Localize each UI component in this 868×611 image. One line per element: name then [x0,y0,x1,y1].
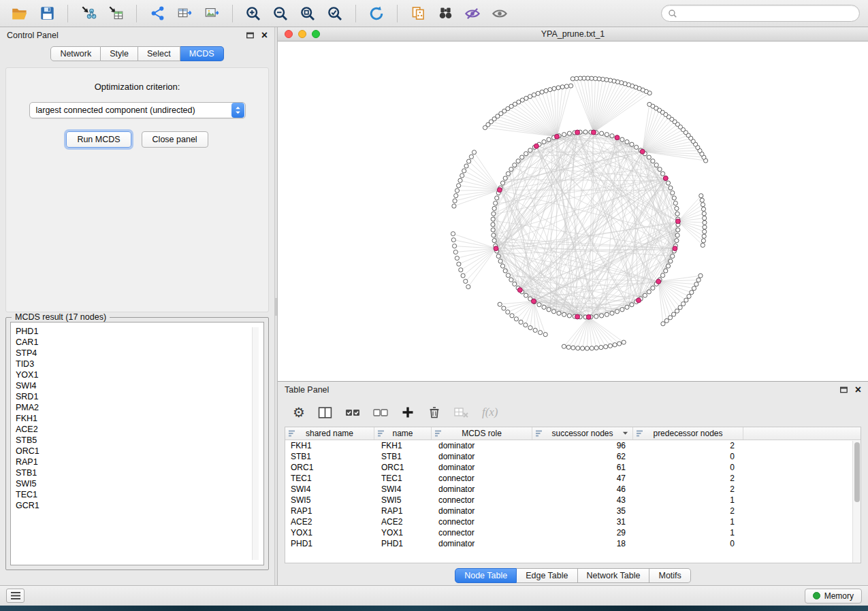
save-session-button[interactable] [35,3,59,24]
first-neighbors-button[interactable] [434,3,457,24]
tab-select[interactable]: Select [138,46,180,61]
tab-network[interactable]: Network [50,46,101,61]
network-window-titlebar[interactable]: YPA_prune.txt_1 [278,27,868,42]
table-row[interactable]: PHD1 PHD1 dominator 18 0 [285,538,861,549]
close-panel-button[interactable]: Close panel [142,131,208,148]
delete-table-button[interactable] [454,406,469,418]
zoom-in-button[interactable] [242,3,265,24]
application-window: Control Panel × Network Style Select MCD… [0,0,868,611]
tab-mcds[interactable]: MCDS [180,46,224,61]
column-header-name[interactable]: name [374,427,432,440]
hide-selected-button[interactable] [461,3,484,24]
mcds-result-item[interactable]: STP4 [16,348,263,359]
maximize-window-icon[interactable] [312,30,320,38]
mcds-result-item[interactable]: ORC1 [16,446,263,457]
select-all-button[interactable] [345,406,360,418]
table-row[interactable]: RAP1 RAP1 dominator 35 2 [285,506,861,516]
node-table: shared name name MCDS role successo [285,427,861,563]
tab-network-table[interactable]: Network Table [578,568,650,583]
table-row[interactable]: TEC1 TEC1 connector 47 2 [285,473,861,484]
export-table-button[interactable] [173,3,196,24]
column-header-mcds-role[interactable]: MCDS role [432,427,532,440]
delete-row-button[interactable] [428,406,441,419]
table-row[interactable]: SWI5 SWI5 connector 43 1 [285,495,861,506]
mcds-result-item[interactable]: STB5 [16,435,263,446]
table-row[interactable]: ORC1 ORC1 dominator 61 0 [285,462,861,473]
column-header-successor-nodes[interactable]: successor nodes [532,427,633,440]
mcds-result-item[interactable]: SWI4 [16,380,263,391]
table-row[interactable]: SWI4 SWI4 dominator 46 2 [285,484,861,495]
table-scrollbar-thumb[interactable] [854,442,860,502]
function-builder-button[interactable]: f(x) [482,406,498,419]
mcds-result-item[interactable]: CAR1 [16,337,263,348]
mcds-result-list[interactable]: PHD1CAR1STP4TID3YOX1SWI4SRD1PMA2FKH1ACE2… [10,322,264,565]
mcds-result-item[interactable]: FKH1 [16,413,263,424]
mcds-result-item[interactable]: RAP1 [16,457,263,467]
mcds-result-item[interactable]: PHD1 [16,326,263,337]
column-header-predecessor-nodes[interactable]: predecessor nodes [633,427,743,440]
tab-motifs[interactable]: Motifs [649,568,690,583]
import-network-button[interactable] [77,3,100,24]
mcds-result-item[interactable]: TID3 [16,359,263,369]
network-graph[interactable] [278,42,868,381]
export-network-button[interactable] [146,3,169,24]
memory-button[interactable]: Memory [805,589,862,604]
copy-style-button[interactable] [406,3,430,24]
add-row-button[interactable] [401,406,415,419]
zoom-out-button[interactable] [269,3,292,24]
column-header-shared-name[interactable]: shared name [285,427,374,440]
table-body: FKH1 FKH1 dominator 96 2 STB1 STB1 domin… [285,440,861,563]
mcds-list-scrollbar[interactable] [252,327,259,560]
task-history-button[interactable] [6,589,25,603]
save-floppy-icon [39,5,55,21]
mcds-result-item[interactable]: PMA2 [16,402,263,413]
table-row[interactable]: FKH1 FKH1 dominator 96 2 [285,440,861,451]
unselect-all-button[interactable] [373,406,388,418]
table-row[interactable]: YOX1 YOX1 connector 29 1 [285,527,861,538]
table-row[interactable]: ACE2 ACE2 connector 31 1 [285,516,861,527]
column-icon [637,430,643,437]
table-delete-icon [454,406,469,418]
show-all-button[interactable] [488,3,511,24]
mcds-result-item[interactable]: ACE2 [16,424,263,435]
minimize-window-icon[interactable] [298,30,306,38]
open-session-button[interactable] [8,3,31,24]
close-window-icon[interactable] [285,30,293,38]
tab-node-table[interactable]: Node Table [455,568,517,583]
network-canvas[interactable] [278,42,868,381]
search-input[interactable] [681,9,853,18]
float-panel-icon[interactable] [840,386,848,393]
zoom-fit-button[interactable] [296,3,319,24]
import-table-icon [108,5,124,21]
float-panel-icon[interactable] [246,32,254,39]
memory-label: Memory [824,591,854,601]
zoom-selected-button[interactable] [323,3,347,24]
mcds-result-item[interactable]: TEC1 [16,489,263,500]
close-panel-icon[interactable]: × [261,30,268,41]
table-settings-button[interactable]: ⚙ [293,406,305,419]
close-panel-icon[interactable]: × [855,384,861,395]
export-image-button[interactable] [200,3,223,24]
mcds-result-item[interactable]: GCR1 [16,500,263,511]
tab-edge-table[interactable]: Edge Table [517,568,577,583]
optimization-criterion-dropdown[interactable]: largest connected component (undirected) [29,102,246,118]
splitter-grip[interactable] [275,298,277,316]
mcds-result-item[interactable]: YOX1 [16,369,263,380]
mcds-result-item[interactable]: SRD1 [16,391,263,402]
table-toolbar: ⚙ [278,398,868,427]
checked-boxes-icon [345,406,360,418]
refresh-button[interactable] [365,3,388,24]
run-mcds-button[interactable]: Run MCDS [66,131,131,148]
tab-style[interactable]: Style [101,46,138,61]
sort-direction-icon [622,431,628,435]
zoom-fit-icon [300,5,316,22]
show-columns-button[interactable] [318,406,332,419]
table-header-row: shared name name MCDS role successo [285,427,861,440]
mcds-tab-content: Optimization criterion: largest connecte… [5,67,269,312]
table-row[interactable]: STB1 STB1 dominator 62 0 [285,451,861,462]
mcds-result-item[interactable]: SWI5 [16,478,263,489]
import-table-button[interactable] [104,3,127,24]
mcds-result-item[interactable]: STB1 [16,467,263,478]
search-box[interactable] [661,5,860,22]
table-scrollbar[interactable] [852,441,861,563]
